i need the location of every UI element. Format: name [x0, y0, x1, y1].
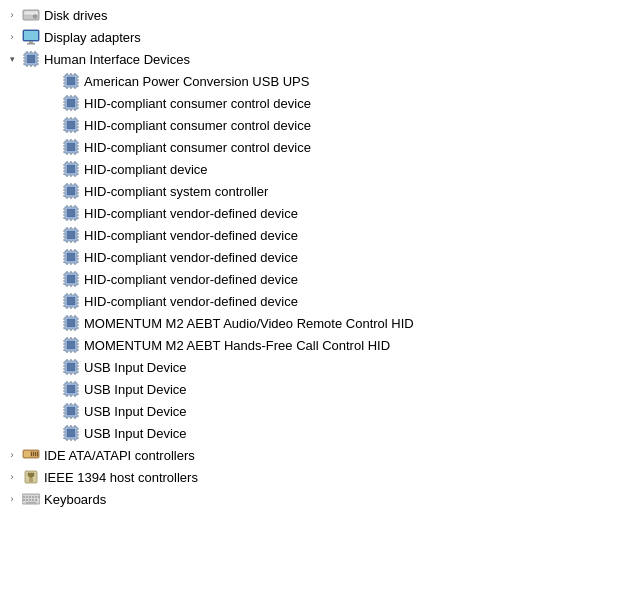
expand-placeholder: [44, 381, 60, 397]
svg-rect-84: [67, 99, 75, 107]
tree-item-ide-ata[interactable]: ›IDE ATA/ATAPI controllers: [0, 444, 621, 466]
tree-item-hid-vendor-1[interactable]: HID-compliant vendor-defined device: [0, 202, 621, 224]
svg-rect-351: [32, 496, 34, 498]
expand-placeholder: [44, 315, 60, 331]
tree-item-hid-consumer-3[interactable]: HID-compliant consumer control device: [0, 136, 621, 158]
expand-placeholder: [44, 73, 60, 89]
hid-icon: [62, 336, 80, 354]
svg-rect-358: [35, 499, 37, 501]
svg-rect-228: [67, 297, 75, 305]
expand-icon[interactable]: ›: [4, 469, 20, 485]
tree-item-hid-vendor-2[interactable]: HID-compliant vendor-defined device: [0, 224, 621, 246]
item-label-hid-consumer-3: HID-compliant consumer control device: [84, 140, 311, 155]
display-icon: [22, 28, 40, 46]
svg-rect-260: [67, 341, 75, 349]
item-label-hid-vendor-4: HID-compliant vendor-defined device: [84, 272, 298, 287]
keyboard-icon: [22, 490, 40, 508]
svg-rect-349: [26, 496, 28, 498]
hid-icon: [62, 72, 80, 90]
expand-placeholder: [44, 117, 60, 133]
svg-rect-348: [23, 496, 25, 498]
svg-rect-148: [67, 187, 75, 195]
item-label-hid-consumer-2: HID-compliant consumer control device: [84, 118, 311, 133]
svg-rect-100: [67, 121, 75, 129]
expand-placeholder: [44, 337, 60, 353]
item-label-usb-input-4: USB Input Device: [84, 426, 187, 441]
svg-rect-212: [67, 275, 75, 283]
expand-icon[interactable]: ›: [4, 29, 20, 45]
tree-item-display-adapters[interactable]: ›Display adapters: [0, 26, 621, 48]
item-label-human-interface-devices: Human Interface Devices: [44, 52, 190, 67]
hid-icon: [62, 94, 80, 112]
svg-rect-50: [27, 43, 35, 45]
svg-rect-346: [29, 478, 33, 482]
expand-icon[interactable]: ›: [4, 447, 20, 463]
tree-item-hid-device[interactable]: HID-compliant device: [0, 158, 621, 180]
svg-rect-180: [67, 231, 75, 239]
svg-rect-342: [33, 452, 34, 456]
tree-item-apc-usb-ups[interactable]: American Power Conversion USB UPS: [0, 70, 621, 92]
hid-icon: [62, 424, 80, 442]
expand-icon[interactable]: ›: [4, 7, 20, 23]
svg-rect-132: [67, 165, 75, 173]
svg-rect-355: [26, 499, 28, 501]
item-label-hid-vendor-2: HID-compliant vendor-defined device: [84, 228, 298, 243]
expand-placeholder: [44, 359, 60, 375]
item-label-hid-vendor-1: HID-compliant vendor-defined device: [84, 206, 298, 221]
tree-item-keyboards[interactable]: ›Keyboards: [0, 488, 621, 510]
hid-icon: [62, 182, 80, 200]
hid-icon: [62, 116, 80, 134]
svg-rect-343: [35, 452, 36, 456]
hid-icon: [62, 160, 80, 178]
svg-rect-52: [27, 55, 35, 63]
svg-rect-324: [67, 429, 75, 437]
hid-icon: [62, 138, 80, 156]
expand-placeholder: [44, 95, 60, 111]
tree-item-hid-vendor-5[interactable]: HID-compliant vendor-defined device: [0, 290, 621, 312]
svg-rect-276: [67, 363, 75, 371]
expand-placeholder: [44, 161, 60, 177]
tree-item-hid-vendor-3[interactable]: HID-compliant vendor-defined device: [0, 246, 621, 268]
tree-item-momentum-audio[interactable]: MOMENTUM M2 AEBT Audio/Video Remote Cont…: [0, 312, 621, 334]
expand-placeholder: [44, 293, 60, 309]
tree-item-usb-input-1[interactable]: USB Input Device: [0, 356, 621, 378]
svg-rect-68: [67, 77, 75, 85]
hid-icon: [62, 204, 80, 222]
item-label-momentum-hands-free: MOMENTUM M2 AEBT Hands-Free Call Control…: [84, 338, 390, 353]
tree-item-usb-input-2[interactable]: USB Input Device: [0, 378, 621, 400]
svg-rect-49: [29, 41, 33, 43]
svg-rect-359: [26, 502, 36, 504]
tree-item-ieee-1394[interactable]: ›IEEE 1394 host controllers: [0, 466, 621, 488]
tree-item-usb-input-3[interactable]: USB Input Device: [0, 400, 621, 422]
hid-icon: [62, 380, 80, 398]
tree-item-human-interface-devices[interactable]: ▾Human Interface Devices: [0, 48, 621, 70]
expand-placeholder: [44, 227, 60, 243]
tree-item-hid-consumer-2[interactable]: HID-compliant consumer control device: [0, 114, 621, 136]
tree-item-momentum-hands-free[interactable]: MOMENTUM M2 AEBT Hands-Free Call Control…: [0, 334, 621, 356]
item-label-hid-device: HID-compliant device: [84, 162, 208, 177]
item-label-hid-vendor-5: HID-compliant vendor-defined device: [84, 294, 298, 309]
item-label-usb-input-3: USB Input Device: [84, 404, 187, 419]
svg-rect-45: [24, 11, 38, 15]
item-label-disk-drives: Disk drives: [44, 8, 108, 23]
ieee-icon: [22, 468, 40, 486]
tree-item-hid-vendor-4[interactable]: HID-compliant vendor-defined device: [0, 268, 621, 290]
hid-icon: [62, 358, 80, 376]
expand-placeholder: [44, 205, 60, 221]
item-label-apc-usb-ups: American Power Conversion USB UPS: [84, 74, 309, 89]
tree-item-disk-drives[interactable]: ›Disk drives: [0, 4, 621, 26]
item-label-ieee-1394: IEEE 1394 host controllers: [44, 470, 198, 485]
tree-item-hid-system-controller[interactable]: HID-compliant system controller: [0, 180, 621, 202]
expand-icon[interactable]: ›: [4, 491, 20, 507]
item-label-usb-input-2: USB Input Device: [84, 382, 187, 397]
svg-rect-116: [67, 143, 75, 151]
hid-icon: [62, 226, 80, 244]
collapse-icon[interactable]: ▾: [4, 51, 20, 67]
tree-item-hid-consumer-1[interactable]: HID-compliant consumer control device: [0, 92, 621, 114]
device-tree: ›Disk drives›Display adapters▾Human Inte…: [0, 4, 621, 510]
item-label-ide-ata: IDE ATA/ATAPI controllers: [44, 448, 195, 463]
item-label-momentum-audio: MOMENTUM M2 AEBT Audio/Video Remote Cont…: [84, 316, 414, 331]
hid-icon: [22, 50, 40, 68]
expand-placeholder: [44, 249, 60, 265]
tree-item-usb-input-4[interactable]: USB Input Device: [0, 422, 621, 444]
